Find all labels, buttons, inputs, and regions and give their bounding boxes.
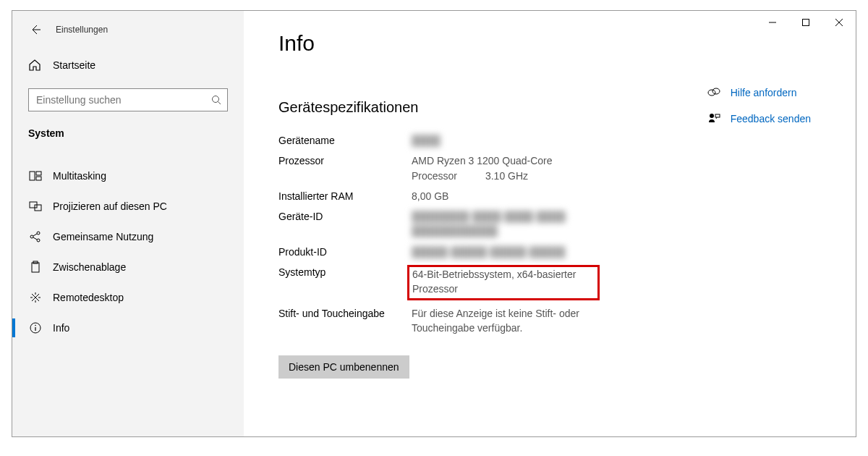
- spec-value: 8,00 GB: [412, 189, 448, 203]
- search-icon: [211, 95, 221, 105]
- back-button[interactable]: [28, 22, 43, 37]
- sidebar-list: Multitasking Projizieren auf diesen PC G…: [12, 161, 244, 343]
- spec-row-systemtype: Systemtyp 64-Bit-Betriebssystem, x64-bas…: [278, 265, 834, 300]
- feedback-link[interactable]: Feedback senden: [707, 112, 811, 125]
- sidebar-item-label: Gemeinsame Nutzung: [53, 231, 153, 242]
- svg-point-14: [708, 90, 715, 96]
- spec-row-pentouch: Stift- und Toucheingabe Für diese Anzeig…: [278, 306, 834, 336]
- help-link-label: Hilfe anfordern: [731, 87, 797, 98]
- svg-point-13: [35, 325, 36, 326]
- spec-row-processor: Prozessor AMD Ryzen 3 1200 Quad-Core Pro…: [278, 153, 834, 183]
- feedback-icon: [707, 112, 720, 125]
- sidebar-item-project[interactable]: Projizieren auf diesen PC: [12, 191, 244, 221]
- sidebar-item-clipboard[interactable]: Zwischenablage: [12, 252, 244, 282]
- highlight-box: 64-Bit-Betriebssystem, x64-basierter Pro…: [407, 265, 600, 300]
- spec-row-ram: Installierter RAM 8,00 GB: [278, 189, 834, 203]
- svg-rect-4: [36, 177, 41, 180]
- sidebar-item-multitasking[interactable]: Multitasking: [12, 161, 244, 191]
- spec-value-highlighted: 64-Bit-Betriebssystem, x64-basierter Pro…: [412, 265, 600, 300]
- right-links: Hilfe anfordern Feedback senden: [707, 86, 811, 125]
- titlebar: Einstellungen: [12, 19, 244, 41]
- spec-value: AMD Ryzen 3 1200 Quad-Core Processor 3.1…: [412, 153, 600, 183]
- svg-rect-3: [36, 172, 41, 175]
- svg-point-8: [37, 232, 40, 235]
- search-box[interactable]: [28, 88, 228, 111]
- svg-point-9: [37, 239, 40, 242]
- spec-table: Gerätename ████ Prozessor AMD Ryzen 3 12…: [278, 133, 834, 335]
- sidebar-item-info[interactable]: Info: [12, 313, 244, 343]
- sidebar-item-label: Multitasking: [53, 170, 106, 182]
- search-input[interactable]: [36, 94, 211, 106]
- sidebar-item-remotedesktop[interactable]: Remotedesktop: [12, 282, 244, 313]
- clipboard-icon: [28, 261, 43, 274]
- sidebar-item-label: Info: [53, 322, 69, 334]
- project-icon: [28, 200, 43, 213]
- page-title: Info: [278, 31, 834, 56]
- settings-window: Einstellungen Startseite System: [12, 10, 856, 437]
- spec-value: ████████-████-████-████-████████████: [412, 209, 600, 239]
- spec-label: Geräte-ID: [278, 209, 412, 224]
- help-icon: [707, 86, 720, 99]
- window-title: Einstellungen: [56, 25, 108, 35]
- info-icon: [28, 321, 43, 334]
- sidebar-home-label: Startseite: [53, 59, 95, 71]
- spec-value: █████-█████-█████-█████: [412, 245, 565, 259]
- sidebar-home[interactable]: Startseite: [12, 51, 244, 80]
- spec-label: Systemtyp: [278, 265, 412, 279]
- spec-row-productid: Produkt-ID █████-█████-█████-█████: [278, 245, 834, 259]
- spec-label: Prozessor: [278, 153, 412, 168]
- sidebar-item-label: Projizieren auf diesen PC: [53, 200, 167, 212]
- feedback-link-label: Feedback senden: [731, 113, 811, 124]
- spec-row-devicename: Gerätename ████: [278, 133, 834, 148]
- svg-point-16: [710, 114, 714, 118]
- svg-point-1: [213, 96, 219, 103]
- sidebar-item-label: Zwischenablage: [53, 261, 126, 273]
- svg-point-15: [712, 88, 720, 94]
- spec-value: ████: [412, 133, 441, 148]
- share-icon: [28, 230, 43, 243]
- spec-label: Stift- und Toucheingabe: [278, 306, 412, 321]
- svg-point-7: [30, 235, 33, 238]
- spec-label: Installierter RAM: [278, 189, 412, 203]
- rename-pc-button[interactable]: Diesen PC umbenennen: [278, 355, 409, 379]
- sidebar-category: System: [12, 122, 244, 145]
- spec-value: Für diese Anzeige ist keine Stift- oder …: [412, 306, 600, 336]
- main-content: Hilfe anfordern Feedback senden Info Ger…: [244, 11, 856, 436]
- multitasking-icon: [28, 169, 43, 182]
- help-link[interactable]: Hilfe anfordern: [707, 86, 811, 99]
- sidebar: Einstellungen Startseite System: [12, 11, 244, 436]
- svg-rect-10: [32, 263, 39, 272]
- remotedesktop-icon: [28, 291, 43, 304]
- spec-label: Gerätename: [278, 133, 412, 148]
- svg-rect-17: [715, 114, 720, 117]
- spec-row-deviceid: Geräte-ID ████████-████-████-████-██████…: [278, 209, 834, 239]
- svg-rect-2: [30, 172, 35, 180]
- spec-label: Produkt-ID: [278, 245, 412, 259]
- sidebar-item-label: Remotedesktop: [53, 292, 124, 303]
- sidebar-item-share[interactable]: Gemeinsame Nutzung: [12, 221, 244, 252]
- home-icon: [28, 59, 43, 72]
